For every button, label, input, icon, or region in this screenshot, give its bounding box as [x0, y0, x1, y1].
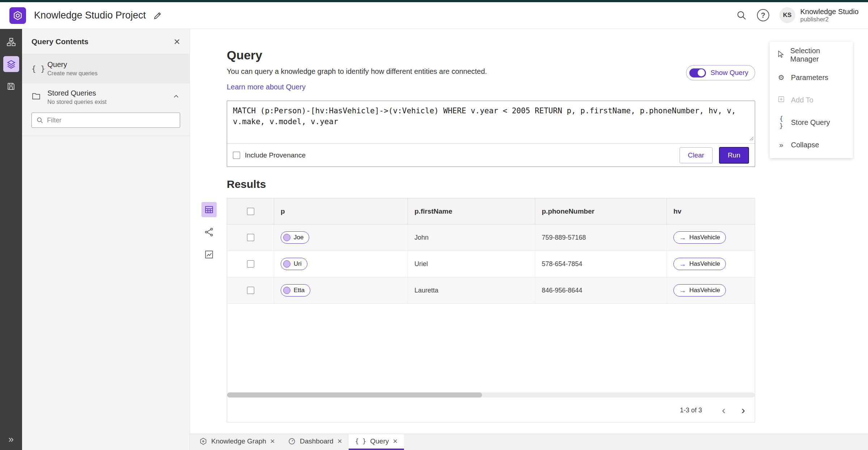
query-main-panel: Query You can query a knowledge graph to… [190, 29, 868, 434]
save-icon [7, 82, 16, 91]
braces-icon: { } [31, 64, 47, 73]
stored-queries-section: Stored Queries No stored queries exist [22, 83, 190, 136]
rail-save-button[interactable] [3, 78, 19, 94]
rail-expand-button[interactable]: » [8, 434, 13, 445]
edit-title-button[interactable] [153, 11, 162, 20]
node-circle-icon [283, 260, 290, 268]
chart-view-button[interactable] [201, 247, 217, 262]
column-header-hv[interactable]: hv [667, 198, 755, 224]
graph-view-button[interactable] [201, 224, 217, 240]
column-header-phone[interactable]: p.phoneNumber [535, 198, 667, 224]
node-pill[interactable]: Uri [281, 258, 307, 270]
table-header-row: p p.firstName p.phoneNumber hv [227, 198, 755, 224]
folder-icon [31, 92, 47, 103]
menu-item-label: Store Query [791, 118, 830, 127]
menu-item-add-to: Add To [770, 89, 853, 111]
arrow-right-icon: → [679, 287, 686, 294]
stored-queries-filter [31, 113, 180, 128]
pagination-prev-button[interactable]: ‹ [716, 403, 731, 417]
show-query-label: Show Query [710, 69, 748, 77]
toggle-switch-on[interactable] [689, 68, 706, 77]
tab-close-button[interactable]: × [270, 437, 275, 445]
tab-label: Knowledge Graph [211, 437, 266, 445]
edge-pill[interactable]: → HasVehicle [673, 231, 726, 244]
graph-icon [204, 227, 214, 237]
stored-queries-header[interactable]: Stored Queries No stored queries exist [31, 89, 180, 105]
column-header-firstname[interactable]: p.firstName [408, 198, 535, 224]
learn-more-link[interactable]: Learn more about Query [227, 83, 306, 91]
pencil-icon [153, 11, 162, 20]
node-label: Uri [294, 260, 302, 268]
search-button[interactable] [736, 10, 747, 21]
node-pill[interactable]: Etta [281, 284, 310, 297]
results-title: Results [227, 178, 868, 191]
logo-hexagon-icon [12, 10, 23, 21]
help-button[interactable]: ? [757, 9, 769, 21]
include-provenance-checkbox[interactable] [233, 152, 240, 159]
edge-label: HasVehicle [689, 260, 720, 268]
table-footer: 1-3 of 3 ‹ › [227, 398, 755, 422]
cell-phone: 759-889-57168 [535, 224, 667, 251]
column-header-p[interactable]: p [274, 198, 408, 224]
pagination-next-button[interactable]: › [736, 403, 750, 417]
tab-close-button[interactable]: × [337, 437, 342, 445]
row-checkbox[interactable] [247, 234, 254, 241]
resize-handle-icon[interactable] [749, 136, 754, 142]
sidebar-close-button[interactable]: × [174, 36, 180, 47]
tab-knowledge-graph[interactable]: Knowledge Graph × [193, 434, 281, 450]
run-button[interactable]: Run [719, 147, 749, 164]
select-all-checkbox[interactable] [247, 208, 254, 215]
edge-pill[interactable]: → HasVehicle [673, 284, 726, 297]
pagination-range: 1-3 of 3 [680, 407, 702, 414]
selection-pointer-icon [777, 50, 785, 60]
user-role: publisher2 [800, 16, 859, 23]
table-row: Etta Lauretta 846-956-8644 → HasVehicle [227, 277, 755, 304]
menu-item-parameters[interactable]: ⚙ Parameters [770, 66, 853, 89]
stored-queries-sublabel: No stored queries exist [47, 99, 172, 105]
row-checkbox[interactable] [247, 287, 254, 294]
sidebar-item-query[interactable]: { } Query Create new queries [22, 54, 190, 83]
cell-first-name: John [408, 224, 535, 251]
node-label: Etta [294, 287, 305, 294]
table-row: Joe John 759-889-57168 → HasVehicle [227, 224, 755, 251]
include-provenance-label: Include Provenance [245, 151, 306, 159]
table-view-button[interactable] [201, 202, 217, 217]
menu-item-label: Parameters [791, 73, 828, 82]
edge-pill[interactable]: → HasVehicle [673, 258, 726, 270]
rail-hierarchy-button[interactable] [3, 34, 19, 50]
horizontal-scrollbar[interactable] [227, 392, 755, 398]
menu-item-collapse[interactable]: » Collapse [770, 134, 853, 156]
chevron-up-icon[interactable] [172, 93, 180, 102]
tab-query[interactable]: { } Query × [349, 434, 404, 450]
gear-icon: ⚙ [777, 73, 786, 82]
query-textarea[interactable]: MATCH (p:Person)-[hv:HasVehicle]->(v:Veh… [233, 105, 749, 139]
stored-queries-label: Stored Queries [47, 89, 172, 97]
clear-button[interactable]: Clear [680, 147, 712, 163]
menu-item-store-query[interactable]: { } Store Query [770, 111, 853, 134]
rail-layers-button[interactable] [3, 56, 19, 72]
node-circle-icon [283, 234, 290, 241]
results-table: p p.firstName p.phoneNumber hv Joe John … [227, 198, 755, 422]
chart-icon [204, 250, 214, 259]
row-checkbox[interactable] [247, 260, 254, 268]
menu-item-label: Add To [791, 96, 813, 104]
show-query-toggle[interactable]: Show Query [686, 65, 755, 80]
dashboard-icon [288, 437, 296, 445]
sidebar-title: Query Contents [31, 37, 89, 46]
app-header: Knowledge Studio Project ? KS Knowledge … [0, 2, 868, 29]
app-logo[interactable] [9, 7, 26, 24]
avatar[interactable]: KS [779, 7, 795, 23]
question-icon: ? [757, 9, 769, 21]
hierarchy-icon [7, 37, 16, 47]
node-pill[interactable]: Joe [281, 231, 309, 244]
tab-dashboard[interactable]: Dashboard × [281, 434, 349, 450]
cell-first-name: Lauretta [408, 277, 535, 303]
tab-label: Dashboard [300, 437, 333, 445]
menu-item-selection-manager[interactable]: Selection Manager [770, 44, 853, 66]
user-block: Knowledge Studio publisher2 [800, 7, 859, 23]
table-row: Uri Uriel 578-654-7854 → HasVehicle [227, 251, 755, 277]
filter-input[interactable] [47, 117, 170, 124]
scrollbar-thumb[interactable] [227, 392, 482, 398]
tab-close-button[interactable]: × [393, 437, 397, 445]
knowledge-studio-app: Knowledge Studio Project ? KS Knowledge … [0, 0, 868, 450]
